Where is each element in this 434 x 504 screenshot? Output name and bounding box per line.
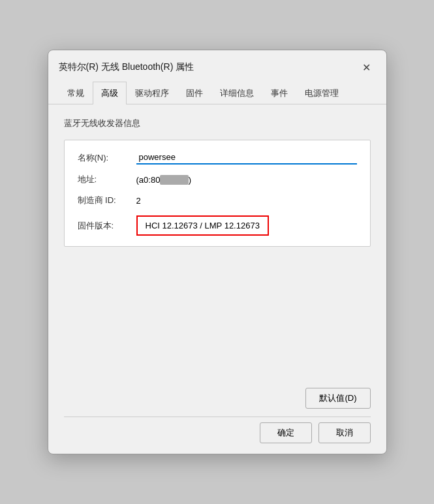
cancel-button[interactable]: 取消 (318, 422, 371, 443)
tab-driver[interactable]: 驱动程序 (127, 82, 178, 104)
bottom-section: 默认值(D) 确定 取消 (48, 380, 386, 454)
dialog-window: 英特尔(R) 无线 Bluetooth(R) 属性 ✕ 常规 高级 驱动程序 固… (48, 50, 387, 454)
address-label: 地址: (78, 174, 136, 185)
address-row: 地址: (a0:80 ) (78, 174, 357, 185)
dialog-title: 英特尔(R) 无线 Bluetooth(R) 属性 (59, 61, 194, 73)
tab-bar: 常规 高级 驱动程序 固件 详细信息 事件 电源管理 (48, 82, 386, 104)
name-row: 名称(N): (78, 151, 357, 165)
name-label: 名称(N): (78, 152, 136, 164)
tab-firmware[interactable]: 固件 (178, 82, 211, 104)
default-button-row: 默认值(D) (64, 388, 371, 409)
tab-events[interactable]: 事件 (262, 82, 296, 104)
info-box: 名称(N): 地址: (a0:80 ) 制造商 ID: 2 固件版本: HCI … (64, 140, 371, 247)
tab-advanced[interactable]: 高级 (93, 82, 127, 104)
ok-button[interactable]: 确定 (260, 422, 312, 443)
close-button[interactable]: ✕ (358, 58, 376, 76)
content-area: 蓝牙无线收发器信息 名称(N): 地址: (a0:80 ) 制造商 ID: 2 (48, 104, 386, 380)
tab-power[interactable]: 电源管理 (296, 82, 347, 104)
address-value: (a0:80 ) (136, 175, 357, 185)
tab-details[interactable]: 详细信息 (211, 82, 262, 104)
address-prefix: (a0:80 (136, 175, 161, 185)
manufacturer-value: 2 (136, 196, 357, 206)
firmware-label: 固件版本: (78, 220, 136, 232)
tab-general[interactable]: 常规 (59, 82, 93, 104)
close-icon: ✕ (362, 61, 371, 74)
action-button-row: 确定 取消 (64, 417, 371, 443)
default-button[interactable]: 默认值(D) (305, 388, 370, 409)
name-input[interactable] (136, 151, 357, 165)
manufacturer-label: 制造商 ID: (78, 195, 136, 206)
section-title: 蓝牙无线收发器信息 (64, 118, 371, 129)
manufacturer-row: 制造商 ID: 2 (78, 195, 357, 206)
firmware-value: HCI 12.12673 / LMP 12.12673 (136, 215, 269, 236)
title-bar: 英特尔(R) 无线 Bluetooth(R) 属性 ✕ (48, 50, 386, 82)
firmware-row: 固件版本: HCI 12.12673 / LMP 12.12673 (78, 215, 357, 236)
address-blurred (160, 175, 188, 185)
